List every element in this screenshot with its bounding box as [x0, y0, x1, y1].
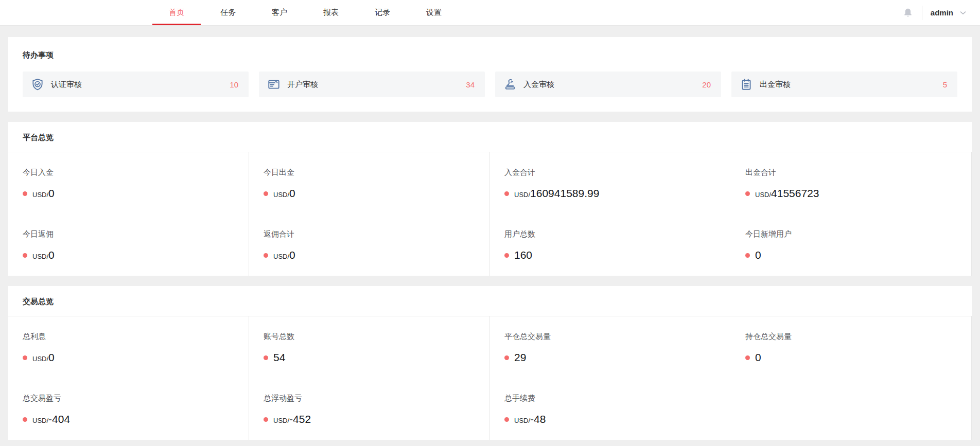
- platform-stats-grid: 今日入金 USD/0 今日出金 USD/0: [8, 152, 972, 276]
- stat-cell: 今日返佣 USD/0: [8, 214, 249, 276]
- stat-unit: USD/: [273, 417, 289, 424]
- stat-unit: USD/: [514, 191, 530, 199]
- id-card-icon: [267, 78, 281, 91]
- todo-card-count: 5: [943, 80, 947, 89]
- stat-label: 返佣合计: [264, 229, 481, 239]
- stat-cell: 返佣合计 USD/0: [249, 214, 490, 276]
- stat-cell: 用户总数 160: [490, 214, 731, 276]
- stat-label: 入金合计: [504, 168, 723, 177]
- stat-cell: 入金合计 USD/160941589.99: [490, 152, 731, 214]
- stat-unit: USD/: [755, 191, 771, 199]
- topbar-right: admin: [902, 0, 968, 25]
- stat-value: 54: [273, 351, 285, 364]
- stat-cell: 今日入金 USD/0: [8, 152, 249, 214]
- nav-tab-label: 设置: [426, 8, 442, 17]
- shield-check-icon: [31, 78, 44, 91]
- stat-label: 今日出金: [264, 168, 481, 177]
- stat-label: 出金合计: [745, 168, 963, 177]
- stat-label: 总利息: [23, 332, 240, 342]
- todo-card-withdrawal[interactable]: 出金审核 5: [731, 72, 957, 97]
- stat-label: 今日新增用户: [745, 229, 963, 239]
- stat-value: -404: [48, 413, 70, 425]
- todo-card-label: 开户审核: [287, 80, 318, 90]
- red-dot-icon: [745, 355, 750, 360]
- todo-card-certification[interactable]: 认证审核 10: [23, 72, 249, 97]
- stat-cell: 总手续费 USD/-48: [490, 378, 731, 440]
- stamp-icon: [503, 78, 517, 91]
- nav-tab[interactable]: 任务: [202, 0, 254, 25]
- stat-value: -452: [289, 413, 311, 425]
- stat-label: 总交易盈亏: [23, 394, 240, 403]
- stat-unit: USD/: [32, 191, 48, 199]
- todo-card-account-opening[interactable]: 开户审核 34: [259, 72, 485, 97]
- stat-value: 0: [755, 351, 761, 364]
- stat-cell: [731, 378, 972, 440]
- red-dot-icon: [264, 253, 268, 258]
- stat-label: 用户总数: [504, 229, 723, 239]
- stat-cell: 账号总数 54: [249, 316, 490, 378]
- red-dot-icon: [264, 355, 268, 360]
- header-divider: [922, 6, 922, 20]
- red-dot-icon: [504, 253, 509, 258]
- top-navigation-bar: 首页 任务 客户 报表 记录 设置: [0, 0, 980, 26]
- nav-tab-label: 报表: [323, 8, 339, 17]
- nav-tab-label: 首页: [169, 8, 184, 17]
- stat-cell: 总交易盈亏 USD/-404: [8, 378, 249, 440]
- platform-overview-panel: 平台总览 今日入金 USD/0 今日出金 USD/0: [8, 122, 972, 276]
- stat-cell: 今日新增用户 0: [731, 214, 972, 276]
- stat-value: 0: [48, 249, 55, 261]
- stat-unit: USD/: [273, 253, 289, 260]
- red-dot-icon: [23, 191, 27, 196]
- stat-value: 160941589.99: [530, 187, 599, 200]
- stat-cell: 出金合计 USD/41556723: [731, 152, 972, 214]
- red-dot-icon: [23, 355, 27, 360]
- stat-value: 0: [289, 249, 295, 261]
- nav-tab-label: 记录: [375, 8, 390, 17]
- chevron-down-icon: [958, 8, 968, 17]
- todo-card-count: 10: [230, 80, 238, 89]
- stat-label: 今日返佣: [23, 229, 240, 239]
- nav-tab[interactable]: 记录: [357, 0, 408, 25]
- stat-label: 总浮动盈亏: [264, 394, 481, 403]
- trade-stats-grid: 总利息 USD/0 账号总数 54 平仓: [8, 316, 972, 440]
- stat-cell: 总利息 USD/0: [8, 316, 249, 378]
- user-menu[interactable]: admin: [931, 8, 968, 17]
- nav-tab[interactable]: 设置: [408, 0, 460, 25]
- nav-tab-label: 客户: [272, 8, 287, 17]
- nav-tabs: 首页 任务 客户 报表 记录 设置: [151, 0, 980, 25]
- bell-icon[interactable]: [902, 7, 914, 19]
- stat-value: 0: [755, 249, 761, 261]
- red-dot-icon: [23, 253, 27, 258]
- stat-value: 0: [48, 187, 55, 200]
- stat-unit: USD/: [273, 191, 289, 199]
- stat-value: 0: [48, 351, 55, 364]
- todo-card-label: 认证审核: [51, 80, 82, 90]
- stat-value: -48: [530, 413, 546, 425]
- user-name: admin: [931, 8, 953, 17]
- stat-unit: USD/: [32, 253, 48, 260]
- stat-cell: 总浮动盈亏 USD/-452: [249, 378, 490, 440]
- trade-overview-panel: 交易总览 总利息 USD/0 账号总数 54: [8, 286, 972, 440]
- todo-cards: 认证审核 10 开户审核 34: [23, 72, 957, 97]
- nav-tab[interactable]: 报表: [305, 0, 357, 25]
- nav-tab[interactable]: 首页: [151, 0, 202, 25]
- todo-card-count: 34: [466, 80, 475, 89]
- stat-label: 平仓总交易量: [504, 332, 723, 342]
- red-dot-icon: [504, 355, 509, 360]
- todo-card-label: 入金审核: [523, 80, 554, 90]
- red-dot-icon: [745, 191, 750, 196]
- trade-overview-title: 交易总览: [23, 297, 957, 307]
- todo-card-count: 20: [702, 80, 711, 89]
- todo-panel: 待办事项 认证审核 10: [8, 37, 972, 112]
- stat-label: 账号总数: [264, 332, 481, 342]
- red-dot-icon: [745, 253, 750, 258]
- nav-tab[interactable]: 客户: [254, 0, 305, 25]
- stat-value: 160: [514, 249, 532, 261]
- clipboard-icon: [740, 78, 753, 91]
- todo-card-label: 出金审核: [760, 80, 791, 90]
- stat-unit: USD/: [32, 355, 48, 363]
- nav-tab-label: 任务: [220, 8, 236, 17]
- stat-unit: USD/: [514, 417, 530, 424]
- stat-cell: 持仓总交易量 0: [731, 316, 972, 378]
- todo-card-deposit[interactable]: 入金审核 20: [495, 72, 721, 97]
